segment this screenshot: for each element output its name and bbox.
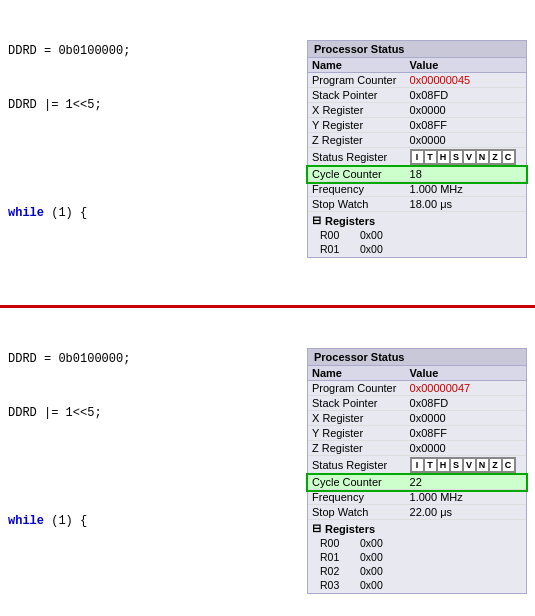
- ps-col-value-2: Value: [406, 366, 526, 381]
- processor-status-panel-1: Processor Status Name Value Program Coun…: [307, 40, 527, 258]
- table-row: Stop Watch 18.00 μs: [308, 197, 526, 212]
- ps-table-2: Name Value Program Counter 0x00000047 St…: [308, 366, 526, 520]
- register-row: R00 0x00: [312, 228, 522, 242]
- bit-S: S: [450, 150, 463, 164]
- bit-C: C: [502, 150, 515, 164]
- register-row: R02 0x00: [312, 564, 522, 578]
- ps-col-name-2: Name: [308, 366, 406, 381]
- bit-S-2: S: [450, 458, 463, 472]
- registers-label: Registers: [325, 215, 375, 227]
- collapse-icon: ⊟: [312, 214, 321, 227]
- processor-status-panel-2: Processor Status Name Value Program Coun…: [307, 348, 527, 594]
- register-row: R00 0x00: [312, 536, 522, 550]
- bit-V-2: V: [463, 458, 476, 472]
- table-row: Program Counter 0x00000047: [308, 381, 526, 396]
- bit-C-2: C: [502, 458, 515, 472]
- registers-label-2: Registers: [325, 523, 375, 535]
- panel-2: DDRD = 0b0100000; DDRD |= 1<<5; while (1…: [0, 308, 535, 616]
- ps-title: Processor Status: [308, 41, 526, 58]
- registers-header-2[interactable]: ⊟ Registers: [312, 521, 522, 536]
- bit-T: T: [424, 150, 437, 164]
- table-row: Stop Watch 22.00 μs: [308, 505, 526, 520]
- bit-V: V: [463, 150, 476, 164]
- bit-T-2: T: [424, 458, 437, 472]
- register-row: R01 0x00: [312, 550, 522, 564]
- code-line: [8, 258, 527, 276]
- table-row: Y Register 0x08FF: [308, 118, 526, 133]
- table-row: Program Counter 0x00000045: [308, 73, 526, 88]
- status-register-row-2: Status Register I T H S V N Z C: [308, 456, 526, 475]
- status-bits-2: I T H S V N Z C: [410, 457, 516, 473]
- bit-N-2: N: [476, 458, 489, 472]
- bit-Z: Z: [489, 150, 502, 164]
- register-row: R03 0x00: [312, 578, 522, 592]
- bit-H-2: H: [437, 458, 450, 472]
- table-row: Frequency 1.000 MHz: [308, 182, 526, 197]
- table-row: Z Register 0x0000: [308, 441, 526, 456]
- table-row: Stack Pointer 0x08FD: [308, 88, 526, 103]
- table-row: Z Register 0x0000: [308, 133, 526, 148]
- ps-col-value: Value: [406, 58, 526, 73]
- collapse-icon-2: ⊟: [312, 522, 321, 535]
- table-row: Frequency 1.000 MHz: [308, 490, 526, 505]
- ps-table: Name Value Program Counter 0x00000045 St…: [308, 58, 526, 212]
- bit-N: N: [476, 150, 489, 164]
- register-row: R01 0x00: [312, 242, 522, 256]
- status-bits: I T H S V N Z C: [410, 149, 516, 165]
- bit-I-2: I: [411, 458, 424, 472]
- status-register-row: Status Register I T H S V N Z C: [308, 148, 526, 167]
- table-row: Y Register 0x08FF: [308, 426, 526, 441]
- ps-title-2: Processor Status: [308, 349, 526, 366]
- registers-section-2: ⊟ Registers R00 0x00 R01 0x00 R02 0x00 R…: [308, 520, 526, 593]
- cycle-counter-row: Cycle Counter 18: [308, 167, 526, 182]
- table-row: X Register 0x0000: [308, 103, 526, 118]
- registers-header[interactable]: ⊟ Registers: [312, 213, 522, 228]
- bit-I: I: [411, 150, 424, 164]
- bit-Z-2: Z: [489, 458, 502, 472]
- ps-col-name: Name: [308, 58, 406, 73]
- cycle-counter-row-2: Cycle Counter 22: [308, 475, 526, 490]
- panel-1: DDRD = 0b0100000; DDRD |= 1<<5; while (1…: [0, 0, 535, 308]
- table-row: X Register 0x0000: [308, 411, 526, 426]
- registers-section: ⊟ Registers R00 0x00 R01 0x00: [308, 212, 526, 257]
- table-row: Stack Pointer 0x08FD: [308, 396, 526, 411]
- bit-H: H: [437, 150, 450, 164]
